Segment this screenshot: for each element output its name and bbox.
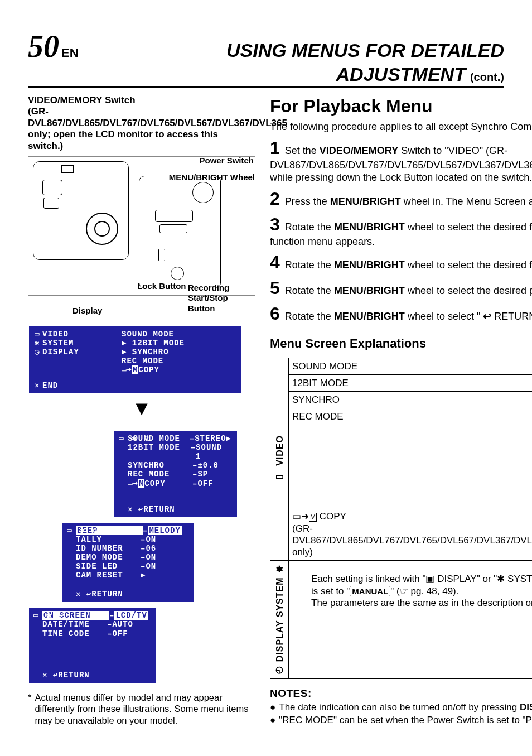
intro-text: The following procedure applies to all e… [270,121,532,133]
copy-label: ▭➜M COPY (GR-DVL867/DVL865/DVL767/DVL765… [289,508,533,561]
rec-mode-label: REC MODE [289,408,533,508]
return-icon: ↩ [138,505,143,514]
menu-screen-sound: ▭ ✱ ◷ SOUND MODE– STEREO▶ 12BIT MODE– SO… [114,431,237,517]
camera-icon: ▣ [425,574,434,584]
note-2: ● "REC MODE" can be set when the Power S… [270,714,532,726]
memory-icon: M [132,365,138,374]
close-icon: ✕ [128,505,133,514]
lock-button-callout: Lock Button [137,281,186,292]
step-2: 2 Press the MENU/BRIGHT wheel in. The Me… [270,187,532,210]
step-1: 1 Set the VIDEO/MEMORY Switch to "VIDEO"… [270,137,532,184]
notes-heading: NOTES: [270,687,532,700]
tape-icon: ▭ [35,330,42,339]
page-lang: EN [61,45,79,61]
sound-mode-label: SOUND MODE [289,358,533,374]
down-arrow-icon: ▼ [28,396,255,421]
camera-side-drawing [139,176,221,288]
step-5: 5 Rotate the MENU/BRIGHT wheel to select… [270,277,532,299]
step-3: 3 Rotate the MENU/BRIGHT wheel to select… [270,213,532,248]
arrow-icon: ➜ [301,511,309,522]
memory-icon: M [309,513,317,522]
page-number: 50 [28,27,59,66]
clock-icon: ◷ [274,665,284,676]
tools-icon: ✱ [35,339,42,348]
tape-icon: ▭ [292,511,301,522]
display-system-section-header: ◷ DISPLAY SYSTEM ✱ [270,561,289,679]
menu-screen-display: ▭ ✱ ◷ ON SCREEN– LCD/TV DATE/TIME– AUTO … [29,608,156,682]
menu-explanations-table: ▭ VIDEO SOUND MODE pg. 51. 12BIT MODE pg… [270,358,532,679]
hand-icon [400,586,408,596]
note-1: ● The date indication can also be turned… [270,701,532,713]
models-note: (GR-DVL867/DVL865/DVL767/DVL765/DVL567/D… [28,106,255,152]
tools-icon: ✱ [274,563,284,574]
disclaimer-text: * Actual menus differ by model and may a… [28,692,255,726]
step-6: 6 Rotate the MENU/BRIGHT wheel to select… [270,302,532,325]
menu-screen-system: ▭ ✱ ◷ BEEP– MELODY TALLY– ON ID NUMBER– … [62,523,194,603]
close-icon: ✕ [35,381,42,390]
arrow-icon: ➜ [127,365,132,374]
synchro-label: SYNCHRO [289,392,533,408]
return-icon [483,311,491,322]
menu-screen-main: ▭VIDEO ✱SYSTEM ◷DISPLAY ✕END SOUND MODE … [29,326,241,393]
left-column: VIDEO/MEMORY Switch (GR-DVL867/DVL865/DV… [28,95,255,726]
page-header: 50 EN USING MENUS FOR DETAILED ADJUSTMEN… [28,27,504,88]
camera-front-drawing [33,161,129,260]
tools-icon: ✱ [497,574,505,584]
camera-illustration-box: Power Switch MENU/BRIGHT Wheel Lock Butt… [28,156,255,296]
twelve-bit-label: 12BIT MODE [289,374,533,391]
right-column: For Playback Menu The following procedur… [270,95,532,726]
recording-button-callout: Recording Start/Stop Button [188,283,255,314]
video-section-header: ▭ VIDEO [270,358,289,561]
page-title: USING MENUS FOR DETAILED ADJUSTMENT(cont… [79,38,504,86]
videomemory-switch-label: VIDEO/MEMORY Switch [28,95,255,106]
tape-icon: ▭ [119,434,127,443]
menu-explanations-heading: Menu Screen Explanations [270,336,532,353]
step-4: 4 Rotate the MENU/BRIGHT wheel to select… [270,251,532,273]
clock-icon: ◷ [35,348,42,357]
playback-menu-title: For Playback Menu [270,95,532,117]
tape-icon: ▭ [274,472,284,483]
display-system-desc: Each setting is linked with "▣ DISPLAY" … [289,561,533,679]
